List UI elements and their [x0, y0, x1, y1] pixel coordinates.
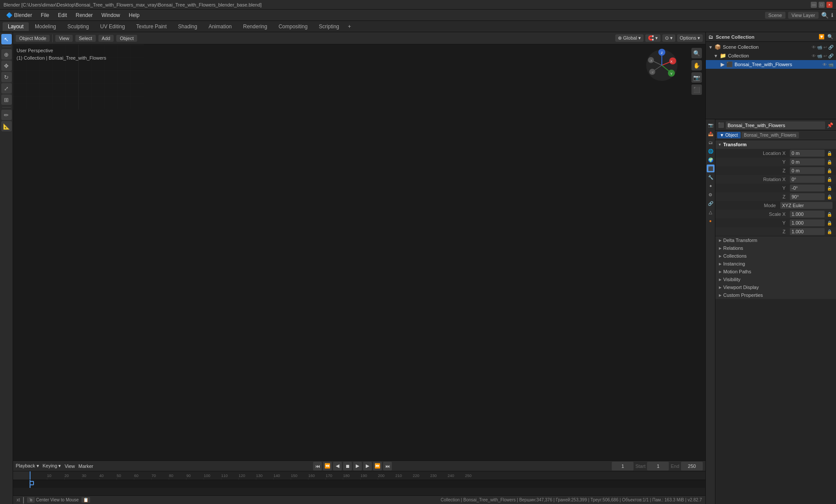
options-menu[interactable]: Options ▾	[677, 34, 703, 42]
maximize-button[interactable]: □	[819, 2, 825, 8]
start-frame[interactable]: 1	[647, 462, 669, 470]
tab-layout[interactable]: Layout	[3, 22, 29, 31]
scale-z-field[interactable]: 1.000	[790, 228, 825, 235]
rotation-y-lock[interactable]: 🔒	[826, 185, 833, 191]
close-button[interactable]: ×	[826, 2, 833, 8]
viewport-display-section[interactable]: ▶ Viewport Display	[715, 283, 836, 291]
tab-texture-paint[interactable]: Texture Paint	[131, 22, 172, 31]
info-button[interactable]: ℹ	[831, 12, 833, 18]
prop-output-icon[interactable]: 📤	[707, 130, 715, 138]
view-layer-selector[interactable]: View Layer	[788, 12, 819, 19]
scale-x-field[interactable]: 1.000	[790, 211, 825, 218]
add-workspace-button[interactable]: +	[345, 24, 354, 30]
object-name-field[interactable]: Bonsai_Tree_with_Flowers	[726, 121, 825, 129]
prop-modifiers-icon[interactable]: 🔧	[707, 173, 715, 181]
location-z-lock[interactable]: 🔒	[826, 168, 833, 174]
select-menu[interactable]: Select	[75, 35, 96, 42]
menu-file[interactable]: File	[37, 11, 53, 19]
next-keyframe-button[interactable]: ⏩	[373, 462, 382, 470]
view-menu[interactable]: View	[55, 35, 73, 42]
menu-help[interactable]: Help	[125, 11, 143, 19]
visibility-section[interactable]: ▶ Visibility	[715, 276, 836, 283]
tab-modeling[interactable]: Modeling	[30, 22, 61, 31]
location-y-field[interactable]: 0 m	[790, 158, 825, 165]
tab-compositing[interactable]: Compositing	[273, 22, 313, 31]
minimize-button[interactable]: —	[811, 2, 817, 8]
outliner-search-button[interactable]: 🔍	[827, 34, 833, 40]
tool-scale[interactable]: ⤢	[1, 83, 12, 94]
stop-button[interactable]: ⏹	[343, 462, 352, 470]
tab-animation[interactable]: Animation	[203, 22, 237, 31]
tool-cursor[interactable]: ⊕	[1, 49, 12, 60]
outliner-item-collection[interactable]: ▼ 📁 Collection 👁 📹 ↩ 🔗	[706, 51, 836, 60]
instancing-section[interactable]: ▶ Instancing	[715, 260, 836, 268]
prev-frame-button[interactable]: ◀	[333, 462, 342, 470]
rotation-z-lock[interactable]: 🔒	[826, 194, 833, 200]
menu-render[interactable]: Render	[72, 11, 96, 19]
location-z-field[interactable]: 0 m	[790, 167, 825, 174]
object-menu[interactable]: Object	[116, 35, 137, 42]
tool-measure[interactable]: 📐	[1, 121, 12, 131]
custom-properties-section[interactable]: ▶ Custom Properties	[715, 291, 836, 299]
prop-data-icon[interactable]: △	[707, 208, 715, 216]
frame-strip[interactable]	[13, 480, 705, 488]
tab-uv-editing[interactable]: UV Editing	[95, 22, 130, 31]
add-menu[interactable]: Add	[98, 35, 114, 42]
pan-button[interactable]: ✋	[691, 60, 702, 71]
display-mode-button[interactable]: ⬛	[691, 84, 702, 95]
obj-tab-object[interactable]: ▼ Object	[717, 132, 741, 138]
snap-menu[interactable]: 🧲 ▾	[645, 34, 661, 42]
navigation-gizmo[interactable]: X -X Y -Y Z	[644, 48, 679, 83]
rotation-x-lock[interactable]: 🔒	[826, 176, 833, 182]
camera-view-button[interactable]: 📷	[691, 72, 702, 83]
jump-end-button[interactable]: ⏭	[383, 462, 392, 470]
prev-keyframe-button[interactable]: ⏪	[323, 462, 332, 470]
outliner-item-bonsai[interactable]: ▶ ⬛ Bonsai_Tree_with_Flowers 👁 📹	[706, 60, 836, 69]
play-button[interactable]: ▶	[353, 462, 362, 470]
transform-section-header[interactable]: ▼ Transform	[715, 140, 836, 149]
search-button[interactable]: 🔍	[821, 12, 829, 19]
current-frame[interactable]: 1	[612, 462, 634, 470]
tool-select[interactable]: ↖	[1, 34, 12, 44]
rotation-mode-field[interactable]: XYZ Euler	[780, 202, 833, 209]
prop-view-layer-icon[interactable]: 🗂	[707, 138, 715, 146]
prop-particles-icon[interactable]: ✦	[707, 182, 715, 190]
jump-start-button[interactable]: ⏮	[313, 462, 322, 470]
tool-rotate[interactable]: ↻	[1, 72, 12, 82]
outliner-filter-button[interactable]: 🔽	[819, 34, 825, 40]
scale-z-lock[interactable]: 🔒	[826, 228, 833, 235]
marker-menu[interactable]: Marker	[78, 464, 93, 469]
pin-button[interactable]: 📌	[827, 122, 833, 128]
prop-material-icon[interactable]: ●	[707, 217, 715, 225]
tab-sculpting[interactable]: Sculpting	[62, 22, 94, 31]
next-frame-button[interactable]: ▶	[363, 462, 372, 470]
tab-scripting[interactable]: Scripting	[314, 22, 344, 31]
collections-section[interactable]: ▶ Collections	[715, 252, 836, 260]
motion-paths-section[interactable]: ▶ Motion Paths	[715, 268, 836, 276]
prop-scene-icon[interactable]: 🌐	[707, 147, 715, 155]
playback-menu[interactable]: Playback ▾	[16, 463, 39, 469]
relations-section[interactable]: ▶ Relations	[715, 244, 836, 252]
keying-menu[interactable]: Keying ▾	[43, 463, 61, 469]
prop-object-icon[interactable]: ⬛	[707, 165, 715, 172]
end-frame[interactable]: 250	[681, 462, 703, 470]
rotation-y-field[interactable]: -0°	[790, 185, 825, 192]
rotation-z-field[interactable]: 90°	[790, 193, 825, 200]
tab-shading[interactable]: Shading	[173, 22, 202, 31]
prop-render-icon[interactable]: 📷	[707, 121, 715, 129]
object-mode-dropdown[interactable]: Object Mode	[16, 35, 50, 42]
location-x-lock[interactable]: 🔒	[826, 150, 833, 156]
scene-selector[interactable]: Scene	[765, 12, 785, 19]
prop-world-icon[interactable]: 🌍	[707, 156, 715, 164]
tool-move[interactable]: ✥	[1, 60, 12, 71]
prop-physics-icon[interactable]: ⚙	[707, 191, 715, 198]
global-orientation[interactable]: ⊕ Global ▾	[615, 34, 644, 42]
scale-x-lock[interactable]: 🔒	[826, 211, 833, 217]
view-menu-timeline[interactable]: View	[64, 464, 75, 469]
outliner-item-scene-collection[interactable]: ▼ 📦 Scene Collection 👁 📹 ↩ 🔗	[706, 43, 836, 51]
rotation-x-field[interactable]: 0°	[790, 176, 825, 183]
viewport-canvas[interactable]: User Perspective (1) Collection | Bonsai…	[13, 44, 705, 460]
location-y-lock[interactable]: 🔒	[826, 159, 833, 165]
scale-y-lock[interactable]: 🔒	[826, 220, 833, 226]
location-x-field[interactable]: 0 m	[790, 150, 825, 157]
